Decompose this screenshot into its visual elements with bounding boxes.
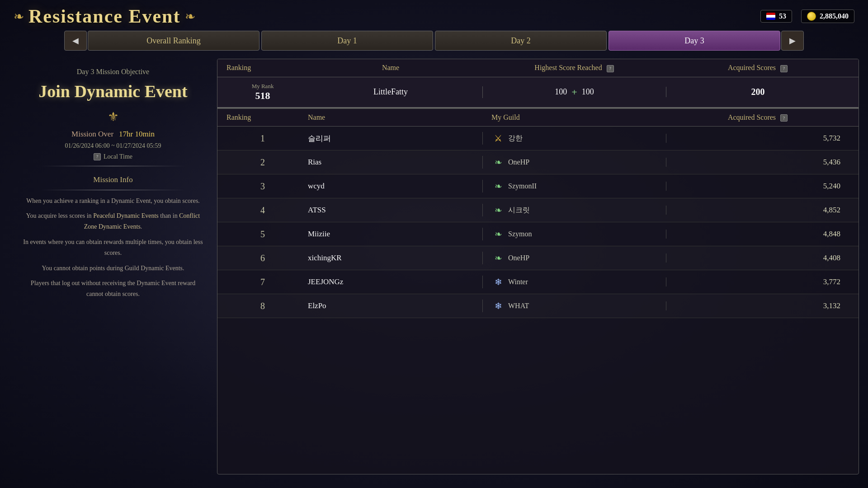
lb-score: 3,772 [666, 277, 849, 286]
local-time-help-icon[interactable]: ? [94, 153, 101, 160]
right-panel: Ranking Name Highest Score Reached ? Acq… [217, 59, 859, 474]
guild-name: SzymonII [508, 182, 537, 190]
tab-day2[interactable]: Day 2 [435, 31, 607, 51]
lb-score: 5,732 [666, 134, 849, 143]
lb-rank: 3 [226, 181, 299, 192]
info-para-4: Players that log out without receiving t… [23, 278, 203, 300]
guild-name: OneHP [508, 158, 529, 166]
acquired-help-icon[interactable]: ? [780, 65, 788, 72]
lb-guild: ⚔ 강한 [482, 132, 666, 145]
my-rank-section: My Rank 518 LittleFatty 100 + 100 200 [217, 77, 859, 108]
tab-day3[interactable]: Day 3 [609, 31, 780, 51]
lb-score: 5,240 [666, 182, 849, 191]
my-rank-cell: My Rank 518 [226, 83, 299, 102]
col-acquired-label: Acquired Scores [728, 64, 776, 71]
info-para-3: You cannot obtain points during Guild Dy… [23, 263, 203, 274]
table-row: 2 Rias ❧ OneHP 5,436 [217, 150, 859, 174]
lb-col-name: Name [299, 113, 482, 122]
col-highest-header: Highest Score Reached ? [482, 64, 666, 72]
highest-help-icon[interactable]: ? [607, 65, 614, 72]
table-row: 3 wcyd ❧ SzymonII 5,240 [217, 174, 859, 198]
coin-value: 2,885,040 [820, 12, 849, 20]
guild-emblem-icon: ❧ [492, 228, 505, 240]
lb-player-name: JEEJONGz [299, 277, 482, 286]
mission-title: Join Dynamic Event [38, 81, 187, 102]
status-over: Mission Over [71, 130, 113, 139]
leaderboard-rows: 1 슬리퍼 ⚔ 강한 5,732 2 Rias ❧ OneHP 5,436 3 … [217, 127, 859, 318]
score-value-1: 100 [555, 87, 567, 97]
title-section: ❧ Resistance Event ❧ [14, 5, 195, 27]
score-cell: 100 + 100 [482, 86, 666, 98]
lb-guild: ❄ WHAT [482, 300, 666, 312]
table-row: 4 ATSS ❧ 시크릿 4,852 [217, 198, 859, 222]
my-rank-number: 518 [255, 90, 270, 102]
lb-header: Ranking Name My Guild Acquired Scores ? [217, 108, 859, 127]
date-range: 01/26/2024 06:00 ~ 01/27/2024 05:59 [65, 142, 161, 150]
deco-right: ❧ [185, 9, 195, 24]
lb-col-acquired: Acquired Scores ? [666, 113, 849, 122]
info-para-2: In events where you can obtain rewards m… [23, 237, 203, 258]
header: ❧ Resistance Event ❧ 53 2,885,040 [0, 0, 868, 27]
col-highest-label: Highest Score Reached [534, 64, 602, 71]
lb-guild: ❧ OneHP [482, 252, 666, 264]
table-row: 8 ElzPo ❄ WHAT 3,132 [217, 294, 859, 318]
lb-rank: 8 [226, 301, 299, 311]
guild-emblem-icon: ❄ [492, 276, 505, 288]
page-title: Resistance Event [28, 5, 180, 27]
lb-guild: ❧ Szymon [482, 228, 666, 240]
lb-player-name: Rias [299, 158, 482, 167]
lb-acquired-label: Acquired Scores [728, 113, 776, 121]
guild-name: WHAT [508, 302, 529, 310]
lb-player-name: wcyd [299, 182, 482, 191]
mission-info-text: When you achieve a ranking in a Dynamic … [23, 196, 203, 300]
guild-emblem-icon: ❧ [492, 156, 505, 169]
local-time: ? Local Time [94, 153, 132, 160]
lb-player-name: Miiziie [299, 230, 482, 239]
tab-prev-arrow[interactable]: ◀ [64, 31, 87, 51]
local-time-label: Local Time [104, 153, 132, 160]
lb-player-name: 슬리퍼 [299, 133, 482, 144]
lb-rank: 1 [226, 133, 299, 144]
lb-player-name: xichingKR [299, 253, 482, 263]
guild-name: 시크릿 [508, 206, 530, 215]
main-content: Day 3 Mission Objective Join Dynamic Eve… [0, 54, 868, 479]
lb-guild: ❧ SzymonII [482, 180, 666, 192]
table-row: 5 Miiziie ❧ Szymon 4,848 [217, 222, 859, 246]
guild-emblem-icon: ❧ [492, 252, 505, 264]
my-rank-label: My Rank [252, 83, 274, 90]
lb-rank: 4 [226, 205, 299, 216]
guild-emblem-icon: ❧ [492, 180, 505, 192]
acquired-value: 200 [751, 87, 765, 97]
currency-bar: 53 2,885,040 [760, 9, 854, 23]
tabs-container: ◀ Overall Ranking Day 1 Day 2 Day 3 ▶ [0, 27, 868, 54]
flag-icon [766, 13, 775, 20]
divider-1 [41, 166, 185, 166]
table-row: 7 JEEJONGz ❄ Winter 3,772 [217, 270, 859, 294]
tab-overall-ranking[interactable]: Overall Ranking [88, 31, 259, 51]
left-panel: Day 3 Mission Objective Join Dynamic Eve… [9, 59, 217, 474]
col-ranking-header: Ranking [226, 64, 299, 72]
lb-acquired-help-icon[interactable]: ? [780, 114, 788, 122]
tab-day1[interactable]: Day 1 [261, 31, 433, 51]
divider-2 [41, 190, 185, 190]
lb-rank: 6 [226, 253, 299, 263]
flag-value: 53 [779, 12, 786, 20]
lb-score: 3,132 [666, 301, 849, 310]
plus-icon: + [571, 86, 577, 98]
acquired-cell: 200 [666, 87, 849, 97]
leaderboard-section: Ranking Name My Guild Acquired Scores ? … [217, 108, 859, 474]
time-remaining: 17hr 10min [119, 130, 155, 139]
info-para-1: You acquire less scores in Peaceful Dyna… [23, 211, 203, 232]
guild-name: OneHP [508, 254, 529, 262]
lb-rank: 2 [226, 157, 299, 168]
table-row: 1 슬리퍼 ⚔ 강한 5,732 [217, 127, 859, 150]
lb-player-name: ATSS [299, 206, 482, 215]
guild-emblem-icon: ❧ [492, 204, 505, 216]
player-name: LittleFatty [373, 87, 408, 97]
deco-left: ❧ [14, 9, 24, 24]
guild-name: 강한 [508, 134, 523, 143]
tab-next-arrow[interactable]: ▶ [781, 31, 804, 51]
lb-score: 4,852 [666, 206, 849, 215]
lb-score: 4,848 [666, 230, 849, 239]
mission-info-label: Mission Info [93, 175, 132, 184]
